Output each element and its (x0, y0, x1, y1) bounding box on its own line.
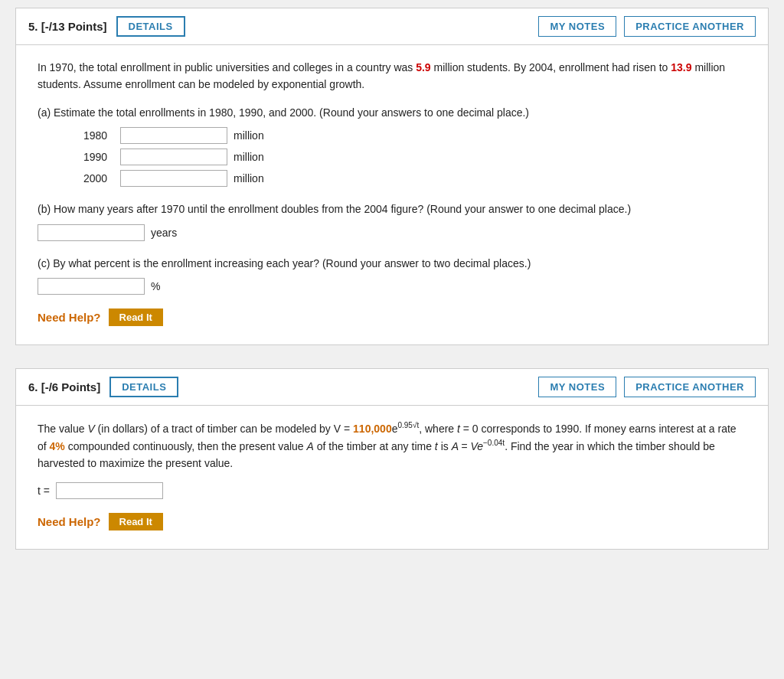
q5-number: 5. [-/13 Points] (28, 20, 107, 33)
q5-1990-row: 1990 million (83, 149, 746, 165)
q5-unit1: million (234, 129, 264, 142)
q6-body: The value V (in dollars) of a tract of t… (16, 406, 768, 549)
q5-my-notes-button[interactable]: MY NOTES (538, 16, 616, 37)
q6-t-row: t = (38, 482, 746, 499)
q5-part-a-label: (a) Estimate the total enrollments in 19… (38, 104, 746, 121)
q6-my-notes-button[interactable]: MY NOTES (538, 377, 616, 397)
question-5: 5. [-/13 Points] DETAILS MY NOTES PRACTI… (15, 8, 769, 345)
q6-need-help-row: Need Help? Read It (38, 513, 746, 530)
q6-need-help-label: Need Help? (38, 515, 101, 528)
q5-percent-row: % (38, 278, 746, 295)
q6-intro-text: The value V (in dollars) of a tract of t… (38, 419, 746, 472)
question-6-header: 6. [-/6 Points] DETAILS MY NOTES PRACTIC… (16, 369, 768, 406)
q5-need-help-row: Need Help? Read It (38, 308, 746, 326)
q5-year2-label: 1990 (83, 151, 114, 163)
q6-exponent: 0.95√t (397, 421, 419, 429)
question-6: 6. [-/6 Points] DETAILS MY NOTES PRACTIC… (15, 368, 769, 550)
q5-years-unit: years (151, 227, 177, 239)
q5-need-help-label: Need Help? (38, 311, 101, 324)
q5-intro-text: In 1970, the total enrollment in public … (38, 59, 746, 93)
q5-unit3: million (234, 172, 264, 184)
q6-text-v-pre: The value (38, 423, 87, 435)
q5-2000-row: 2000 million (83, 170, 746, 187)
q5-2000-input[interactable] (120, 170, 227, 187)
q6-t-input[interactable] (56, 482, 163, 499)
q5-part-b-label: (b) How many years after 1970 until the … (38, 201, 746, 217)
question-5-header: 5. [-/13 Points] DETAILS MY NOTES PRACTI… (16, 8, 768, 45)
q6-v-var: V (87, 423, 94, 435)
q6-val-orange: 110,000 (353, 423, 392, 435)
q5-percent-unit: % (151, 280, 160, 292)
q5-percent-input[interactable] (38, 278, 145, 295)
q6-rate: 4% (50, 440, 65, 452)
q5-unit2: million (234, 151, 264, 163)
q6-details-button[interactable]: DETAILS (109, 377, 178, 397)
q5-year3-label: 2000 (83, 172, 114, 184)
q6-t-label: t = (38, 485, 50, 497)
q5-years-row: years (38, 224, 746, 241)
q5-details-button[interactable]: DETAILS (116, 16, 185, 37)
q6-read-it-button[interactable]: Read It (109, 513, 163, 530)
q6-number: 6. [-/6 Points] (28, 380, 100, 393)
q6-header-right: MY NOTES PRACTICE ANOTHER (538, 377, 756, 397)
q5-practice-button[interactable]: PRACTICE ANOTHER (624, 16, 756, 37)
q5-header-right: MY NOTES PRACTICE ANOTHER (538, 16, 756, 37)
q5-read-it-button[interactable]: Read It (109, 308, 163, 326)
q5-years-input[interactable] (38, 224, 145, 241)
q5-body: In 1970, the total enrollment in public … (16, 45, 768, 344)
q6-neg-exponent: −0.04t (483, 439, 505, 447)
q5-1980-input[interactable] (120, 127, 227, 144)
q6-practice-button[interactable]: PRACTICE ANOTHER (624, 377, 756, 397)
q5-1990-input[interactable] (120, 149, 227, 165)
q5-year1-label: 1980 (83, 129, 114, 142)
q5-part-c-label: (c) By what percent is the enrollment in… (38, 255, 746, 272)
q5-1980-row: 1980 million (83, 127, 746, 144)
